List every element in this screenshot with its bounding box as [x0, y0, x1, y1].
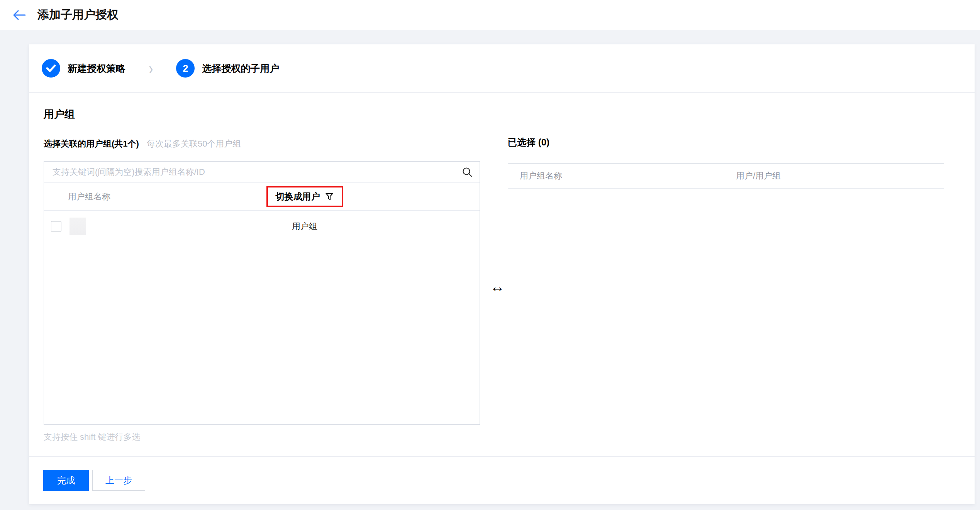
section-heading: 用户组: [44, 107, 75, 121]
source-group-panel: 用户组名称 切换成用户 用户组: [44, 161, 480, 425]
step-2-active: 2 选择授权的子用户: [176, 59, 279, 78]
source-table-header: 用户组名称 切换成用户: [44, 183, 480, 211]
step-indicator: 新建授权策略 › 2 选择授权的子用户: [29, 44, 975, 93]
search-icon[interactable]: [462, 167, 473, 179]
previous-step-button[interactable]: 上一步: [92, 470, 145, 491]
filter-funnel-icon: [325, 192, 334, 201]
step-1-label: 新建授权策略: [68, 62, 125, 75]
selected-table-header: 用户组名称 用户/用户组: [508, 164, 944, 189]
search-input[interactable]: [44, 162, 480, 182]
row-type: 用户组: [206, 211, 403, 242]
footer-buttons: 完成 上一步: [43, 470, 145, 491]
selected-count-title: 已选择 (0): [508, 136, 549, 149]
selector-title: 选择关联的用户组(共1个): [44, 138, 139, 150]
back-arrow-icon[interactable]: [11, 7, 28, 24]
row-checkbox[interactable]: [51, 221, 61, 231]
step-2-number: 2: [176, 59, 195, 78]
annotation-box: 切换成用户: [266, 186, 343, 207]
selector-caption: 选择关联的用户组(共1个) 每次最多关联50个用户组: [44, 138, 241, 150]
footer-divider: [29, 456, 975, 457]
page-title: 添加子用户授权: [37, 7, 119, 23]
multi-select-hint: 支持按住 shift 键进行多选: [44, 431, 141, 443]
step-1-completed: 新建授权策略: [42, 59, 125, 78]
finish-button[interactable]: 完成: [43, 470, 89, 491]
wizard-card: 新建授权策略 › 2 选择授权的子用户 用户组 选择关联的用户组(共1个) 每次…: [29, 44, 975, 504]
search-row: [44, 162, 480, 183]
check-icon: [42, 59, 60, 78]
topbar: 添加子用户授权: [0, 0, 980, 30]
selector-limit-hint: 每次最多关联50个用户组: [147, 138, 241, 150]
column-group-name: 用户组名称: [68, 183, 110, 210]
switch-column: 切换成用户: [206, 183, 403, 210]
resize-horizontal-icon: ↔: [484, 279, 511, 295]
step-2-label: 选择授权的子用户: [202, 62, 279, 75]
switch-to-user-label: 切换成用户: [276, 191, 320, 203]
group-name-redacted: [70, 218, 86, 235]
column-users-groups: 用户/用户组: [736, 164, 781, 188]
group-row[interactable]: 用户组: [44, 211, 480, 242]
selected-panel: 用户组名称 用户/用户组: [508, 163, 944, 425]
column-selected-group-name: 用户组名称: [520, 164, 562, 188]
switch-to-user-button[interactable]: 切换成用户: [276, 191, 334, 203]
chevron-right-icon: ›: [149, 59, 153, 77]
